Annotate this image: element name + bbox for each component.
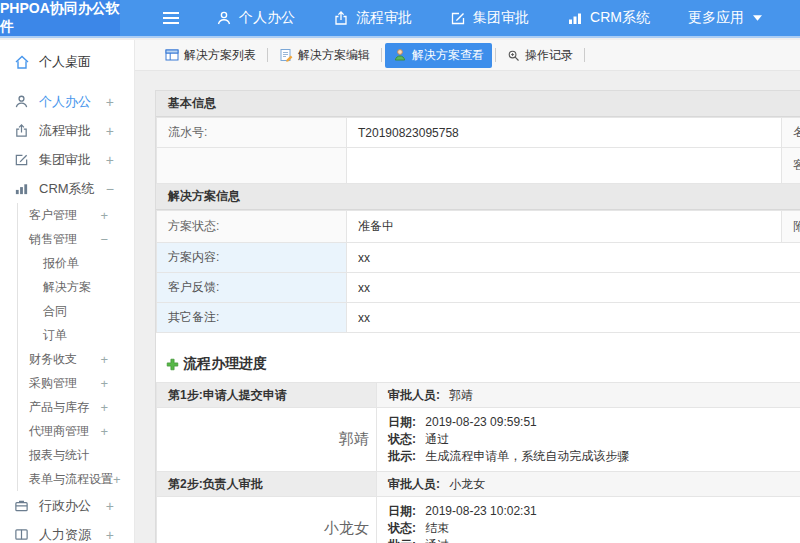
sidebar-item-personal-office[interactable]: 个人办公 + xyxy=(0,87,134,116)
sidebar-item-contract[interactable]: 合同 xyxy=(18,299,134,323)
step-1-name: 第1步:申请人提交申请 xyxy=(157,383,377,408)
progress-table: 第1步:申请人提交申请 审批人员: 郭靖 郭靖 日期: 2019-08-23 0… xyxy=(156,382,800,543)
sidebar-item-order[interactable]: 订单 xyxy=(18,323,134,347)
sidebar-item-reports[interactable]: 报表与统计 xyxy=(18,443,134,467)
name-label: 名称 xyxy=(782,118,800,148)
status-label: 状态: xyxy=(388,432,416,446)
remark-label: 批示: xyxy=(388,538,416,543)
tab-solution-view[interactable]: 解决方案查看 xyxy=(385,43,492,68)
sidebar-item-solution[interactable]: 解决方案 xyxy=(18,275,134,299)
remark-line: 批示: 生成流程申请单，系统自动完成该步骤 xyxy=(388,448,800,465)
table-row: 小龙女 日期: 2019-08-23 10:02:31 状态: 结束 批示: 通… xyxy=(157,497,800,543)
date-value: 2019-08-23 09:59:51 xyxy=(425,415,536,429)
sidebar-item-sales-mgmt[interactable]: 销售管理 − xyxy=(18,227,134,251)
tab-label: 解决方案编辑 xyxy=(298,47,370,64)
sidebar-item-label: 流程审批 xyxy=(39,122,91,140)
date-line: 日期: 2019-08-23 09:59:51 xyxy=(388,414,800,431)
tab-label: 解决方案列表 xyxy=(184,47,256,64)
nav-more-apps[interactable]: 更多应用 xyxy=(688,9,762,27)
table-row: 方案状态: 准备中 附件 xyxy=(157,211,800,243)
section-header-basic-info: 基本信息 xyxy=(156,91,800,117)
sidebar-item-label: 人力资源 xyxy=(39,526,91,543)
sidebar-item-customer-mgmt[interactable]: 客户管理 + xyxy=(18,203,134,227)
sidebar-item-quotation[interactable]: 报价单 xyxy=(18,251,134,275)
magnifier-icon xyxy=(507,49,520,62)
topbar: PHPOA协同办公软件 个人办公 流程审批 集团审批 CRM系统 xyxy=(0,0,800,38)
nav-label: 个人办公 xyxy=(239,9,295,27)
person-view-icon xyxy=(393,48,407,62)
nav-label: CRM系统 xyxy=(590,9,650,27)
expand-toggle: + xyxy=(100,352,108,367)
content-label: 方案内容: xyxy=(157,243,347,273)
sidebar-item-finance[interactable]: 财务收支 + xyxy=(18,347,134,371)
date-line: 日期: 2019-08-23 10:02:31 xyxy=(388,503,800,520)
sidebar-item-agent-mgmt[interactable]: 代理商管理 + xyxy=(18,419,134,443)
serial-number-label: 流水号: xyxy=(157,118,347,148)
tab-divider xyxy=(584,48,585,62)
nav-group-approval[interactable]: 集团审批 xyxy=(450,9,529,27)
status-value: 准备中 xyxy=(347,211,782,243)
bar-chart-icon xyxy=(567,10,583,26)
edit-icon xyxy=(450,10,466,26)
feedback-label: 客户反馈: xyxy=(157,273,347,303)
nav-personal-office[interactable]: 个人办公 xyxy=(216,9,295,27)
step-2-approver-cell: 审批人员: 小龙女 xyxy=(377,472,800,497)
sidebar-item-crm[interactable]: CRM系统 − xyxy=(0,174,134,203)
expand-toggle: + xyxy=(100,424,108,439)
sidebar-item-admin-office[interactable]: 行政办公 + xyxy=(0,491,134,520)
empty-value-cell xyxy=(347,148,782,184)
step-1-detail-cell: 日期: 2019-08-23 09:59:51 状态: 通过 批示: 生成流程申… xyxy=(377,408,800,472)
sidebar-item-label: 产品与库存 xyxy=(29,399,89,416)
serial-number-value: T20190823095758 xyxy=(347,118,782,148)
sidebar-item-label: 订单 xyxy=(43,327,67,344)
status-line: 状态: 结束 xyxy=(388,520,800,537)
progress-title-text: 流程办理进度 xyxy=(183,355,267,373)
feedback-value: xx xyxy=(347,273,800,303)
solution-view-panel: 基本信息 流水号: T20190823095758 名称 客户 解决方案信息 方… xyxy=(155,90,800,543)
status-line: 状态: 通过 xyxy=(388,431,800,448)
sidebar-item-desktop[interactable]: 个人桌面 xyxy=(0,47,134,77)
home-icon xyxy=(14,54,30,70)
basic-info-table: 流水号: T20190823095758 名称 客户 xyxy=(156,117,800,184)
nav-process-approval[interactable]: 流程审批 xyxy=(333,9,412,27)
table-row: 其它备注: xx xyxy=(157,303,800,333)
other-remark-label: 其它备注: xyxy=(157,303,347,333)
plus-icon xyxy=(166,358,179,371)
sidebar-item-form-process-settings[interactable]: 表单与流程设置 + xyxy=(18,467,134,491)
nav-label: 更多应用 xyxy=(688,9,744,27)
nav-crm-system[interactable]: CRM系统 xyxy=(567,9,650,27)
expand-toggle: + xyxy=(100,208,108,223)
sidebar-item-label: 报表与统计 xyxy=(29,447,89,464)
expand-toggle: + xyxy=(106,123,114,139)
sidebar-item-purchasing[interactable]: 采购管理 + xyxy=(18,371,134,395)
sidebar-item-label: 报价单 xyxy=(43,255,79,272)
caret-down-icon xyxy=(753,15,762,21)
user-icon xyxy=(14,94,30,109)
topbar-nav: 个人办公 流程审批 集团审批 CRM系统 更多应用 xyxy=(216,9,800,27)
expand-toggle: + xyxy=(106,152,114,168)
sidebar-item-group-approval[interactable]: 集团审批 + xyxy=(0,145,134,174)
tab-divider xyxy=(267,48,268,62)
collapse-toggle: − xyxy=(100,232,108,247)
table-row: 流水号: T20190823095758 名称 xyxy=(157,118,800,148)
bar-chart-icon xyxy=(14,181,30,196)
sidebar-item-products-inventory[interactable]: 产品与库存 + xyxy=(18,395,134,419)
approver-label: 审批人员: xyxy=(388,477,440,491)
step-1-handler-name: 郭靖 xyxy=(157,408,377,472)
tab-solution-edit[interactable]: 解决方案编辑 xyxy=(271,43,378,68)
attachment-label: 附件 xyxy=(782,211,800,243)
status-label: 方案状态: xyxy=(157,211,347,243)
sidebar-item-hr[interactable]: 人力资源 + xyxy=(0,520,134,543)
tab-operation-log[interactable]: 操作记录 xyxy=(499,43,581,68)
tab-solution-list[interactable]: 解决方案列表 xyxy=(157,43,264,68)
share-icon xyxy=(333,10,349,26)
remark-line: 批示: 通过 xyxy=(388,537,800,543)
sidebar-item-label: 行政办公 xyxy=(39,497,91,515)
sidebar-item-process-approval[interactable]: 流程审批 + xyxy=(0,116,134,145)
menu-toggle-icon[interactable] xyxy=(162,11,180,25)
sidebar-item-label: CRM系统 xyxy=(39,180,95,198)
status-value: 结束 xyxy=(425,521,449,535)
sidebar-item-label: 客户管理 xyxy=(29,207,77,224)
table-row: 第1步:申请人提交申请 审批人员: 郭靖 xyxy=(157,383,800,408)
sidebar-item-label: 集团审批 xyxy=(39,151,91,169)
